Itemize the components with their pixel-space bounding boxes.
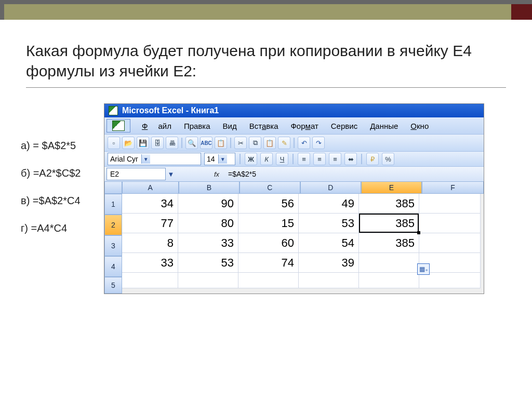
formula-text[interactable]: =$A$2*5 bbox=[228, 170, 256, 178]
menu-edit[interactable]: Правка bbox=[179, 121, 216, 131]
print-icon[interactable]: 🖶 bbox=[166, 137, 178, 149]
menu-file[interactable]: Файл bbox=[137, 121, 177, 131]
cell-D3[interactable]: 54 bbox=[299, 233, 359, 253]
copy-icon[interactable]: ⧉ bbox=[249, 137, 261, 149]
autofill-options-icon[interactable]: ▦₊ bbox=[417, 263, 430, 275]
name-box-dropdown[interactable]: ▼ bbox=[166, 170, 176, 178]
cell-D4[interactable]: 39 bbox=[299, 253, 359, 273]
cell-E1[interactable]: 385 bbox=[359, 194, 419, 214]
col-header-A[interactable]: A bbox=[122, 181, 179, 194]
col-header-C[interactable]: C bbox=[240, 181, 300, 194]
cell-B2[interactable]: 80 bbox=[178, 214, 238, 233]
row-header-1[interactable]: 1 bbox=[104, 194, 122, 215]
font-size-combo[interactable]: 14 ▼ bbox=[204, 153, 235, 165]
cell-E2[interactable]: 385 bbox=[359, 214, 419, 233]
option-d: г) =A4*C4 bbox=[21, 222, 104, 234]
format-painter-icon[interactable]: ✎ bbox=[278, 137, 290, 149]
cell-D2[interactable]: 53 bbox=[299, 214, 359, 233]
row-header-3[interactable]: 3 bbox=[104, 235, 122, 256]
cell-E3[interactable]: 385 bbox=[359, 233, 419, 253]
cell-B1[interactable]: 90 bbox=[178, 194, 238, 214]
row-header-2[interactable]: 2 bbox=[104, 215, 122, 235]
paste-icon[interactable]: 📋 bbox=[263, 137, 276, 149]
cell-A3[interactable]: 8 bbox=[122, 233, 178, 253]
excel-small-icon bbox=[112, 121, 125, 131]
menu-format[interactable]: Формат bbox=[285, 121, 323, 131]
bold-button[interactable]: Ж bbox=[245, 153, 257, 165]
menu-tools[interactable]: Сервис bbox=[326, 121, 363, 131]
col-header-B[interactable]: B bbox=[179, 181, 240, 194]
bar-maroon bbox=[511, 4, 532, 20]
cell-D5[interactable] bbox=[299, 273, 359, 288]
cell-C2[interactable]: 15 bbox=[238, 214, 299, 233]
chevron-down-icon[interactable]: ▼ bbox=[218, 154, 227, 164]
cell-C4[interactable]: 74 bbox=[238, 253, 299, 273]
cell-F2[interactable] bbox=[419, 214, 481, 233]
formatting-toolbar: Arial Cyr ▼ 14 ▼ Ж К Ч ≡ ≡ ≡ ⬌ ₽ % bbox=[104, 151, 484, 166]
menu-window[interactable]: Окно bbox=[405, 121, 434, 131]
cell-C5[interactable] bbox=[238, 273, 299, 288]
decorative-top-bar bbox=[0, 0, 532, 20]
cell-D1[interactable]: 49 bbox=[299, 194, 359, 214]
excel-screenshot: Microsoft Excel - Книга1 Файл Правка Вид… bbox=[104, 103, 484, 294]
name-box[interactable]: E2 bbox=[107, 168, 166, 180]
cell-F1[interactable] bbox=[419, 194, 481, 214]
cut-icon[interactable]: ✂ bbox=[234, 137, 247, 149]
row-header-4[interactable]: 4 bbox=[104, 256, 122, 277]
cell-A2[interactable]: 77 bbox=[122, 214, 178, 233]
font-size-value: 14 bbox=[207, 155, 215, 163]
fx-icon[interactable]: fx bbox=[212, 170, 221, 178]
option-c: в) =$A$2*C4 bbox=[21, 195, 104, 207]
select-all-corner[interactable] bbox=[104, 181, 122, 194]
cell-A4[interactable]: 33 bbox=[122, 253, 178, 273]
merge-icon[interactable]: ⬌ bbox=[344, 153, 357, 165]
cell-B3[interactable]: 33 bbox=[178, 233, 238, 253]
cell-B4[interactable]: 53 bbox=[178, 253, 238, 273]
menu-data[interactable]: Данные bbox=[365, 121, 403, 131]
name-box-value: E2 bbox=[110, 170, 119, 178]
research-icon[interactable]: 📋 bbox=[215, 137, 227, 149]
spell-icon[interactable]: ABC bbox=[200, 137, 212, 149]
align-center-icon[interactable]: ≡ bbox=[313, 153, 326, 165]
menu-bar: Файл Правка Вид Вставка Формат Сервис Да… bbox=[104, 117, 484, 134]
save-icon[interactable]: 💾 bbox=[137, 137, 149, 149]
cell-E4[interactable] bbox=[359, 253, 419, 273]
italic-button[interactable]: К bbox=[260, 153, 273, 165]
new-icon[interactable]: ▫ bbox=[108, 137, 120, 149]
toolbar-separator bbox=[181, 138, 182, 148]
col-header-D[interactable]: D bbox=[300, 181, 361, 194]
font-name-combo[interactable]: Arial Cyr ▼ bbox=[108, 153, 201, 165]
col-header-E[interactable]: E bbox=[361, 181, 422, 194]
undo-icon[interactable]: ↶ bbox=[298, 137, 310, 149]
excel-app-icon bbox=[109, 106, 118, 115]
row-header-5[interactable]: 5 bbox=[104, 277, 122, 294]
redo-icon[interactable]: ↷ bbox=[312, 137, 325, 149]
open-icon[interactable]: 📂 bbox=[122, 137, 135, 149]
print-preview-icon[interactable]: 🔍 bbox=[185, 137, 198, 149]
cell-C3[interactable]: 60 bbox=[238, 233, 299, 253]
cell-A1[interactable]: 34 bbox=[122, 194, 178, 214]
option-a: а) = $A$2*5 bbox=[21, 140, 104, 152]
align-left-icon[interactable]: ≡ bbox=[298, 153, 310, 165]
menu-insert[interactable]: Вставка bbox=[244, 121, 284, 131]
spreadsheet-grid: A B C D E F 1 2 3 4 5 34 90 bbox=[104, 181, 484, 294]
col-header-F[interactable]: F bbox=[422, 181, 484, 194]
cell-F5[interactable] bbox=[419, 273, 481, 288]
currency-icon[interactable]: ₽ bbox=[366, 153, 379, 165]
cell-A5[interactable] bbox=[122, 273, 178, 288]
percent-icon[interactable]: % bbox=[382, 153, 394, 165]
cell-F3[interactable] bbox=[419, 233, 481, 253]
underline-button[interactable]: Ч bbox=[276, 153, 288, 165]
control-menu-icon[interactable] bbox=[107, 119, 130, 132]
window-title: Microsoft Excel - Книга1 bbox=[122, 106, 219, 115]
cell-E5[interactable] bbox=[359, 273, 419, 288]
standard-toolbar: ▫ 📂 💾 🗄 🖶 🔍 ABC 📋 ✂ ⧉ 📋 ✎ ↶ ↷ bbox=[104, 134, 484, 151]
chevron-down-icon[interactable]: ▼ bbox=[141, 154, 150, 164]
menu-view[interactable]: Вид bbox=[218, 121, 242, 131]
cell-C1[interactable]: 56 bbox=[238, 194, 299, 214]
answer-options: а) = $A$2*5 б) =A2*$C$2 в) =$A$2*C4 г) =… bbox=[21, 140, 104, 294]
cell-B5[interactable] bbox=[178, 273, 238, 288]
permission-icon[interactable]: 🗄 bbox=[151, 137, 164, 149]
align-right-icon[interactable]: ≡ bbox=[329, 153, 341, 165]
toolbar-separator bbox=[292, 154, 294, 164]
